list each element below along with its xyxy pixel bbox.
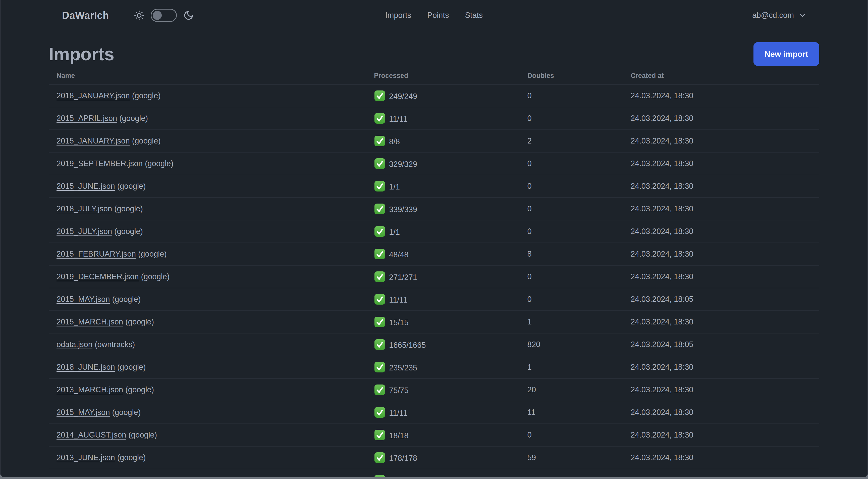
created-cell: 24.03.2024, 18:30 — [623, 175, 819, 198]
processed-count: 11/11 — [389, 296, 407, 304]
table-row: 2015_MAY.json(google) 11/11 0 24.03.2024… — [49, 288, 819, 310]
import-file-link[interactable]: 2015_APRIL.json — [57, 114, 117, 123]
processed-cell: 339/339 — [366, 198, 520, 220]
nav-link-points[interactable]: Points — [427, 11, 449, 20]
processed-cell: 75/75 — [366, 379, 520, 401]
column-header-name: Name — [49, 68, 366, 85]
doubles-cell: 0 — [520, 198, 623, 220]
processed-cell: 18/18 — [366, 424, 520, 446]
doubles-cell: 1 — [520, 356, 623, 379]
doubles-cell: 820 — [520, 333, 623, 356]
created-cell: 24.03.2024, 18:30 — [623, 152, 819, 175]
theme-toggle-switch[interactable] — [151, 9, 177, 22]
processed-count: 178/178 — [389, 454, 417, 463]
import-file-link[interactable]: 2019_DECEMBER.json — [57, 272, 138, 281]
import-file-link[interactable]: 2015_MAY.json — [57, 408, 110, 417]
import-file-link[interactable]: 2013_MARCH.json — [57, 385, 123, 394]
processed-cell: 11/11 — [366, 401, 520, 424]
import-source-label: (google) — [132, 137, 161, 145]
page-title: Imports — [49, 44, 114, 64]
created-cell: 24.03.2024, 18:30 — [623, 424, 819, 446]
doubles-cell: 2 — [520, 130, 623, 152]
import-source-label: (owntracks) — [95, 340, 135, 349]
created-cell: 24.03.2024, 18:30 — [623, 243, 819, 265]
import-file-link[interactable]: 2015_MARCH.json — [57, 318, 123, 326]
check-mark-icon — [374, 452, 385, 463]
import-file-link[interactable]: 2015_JANUARY.json — [57, 137, 130, 145]
import-file-link[interactable]: 2019_SEPTEMBER.json — [57, 159, 143, 168]
navbar: DaWarIch — [1, 0, 867, 31]
import-source-label: (google) — [128, 430, 157, 439]
import-file-link[interactable]: 2015_JULY.json — [57, 227, 112, 236]
import-file-link[interactable]: odata.json — [57, 340, 92, 349]
processed-cell: 178/178 — [366, 446, 520, 469]
name-cell: 2015_MARCH.json(google) — [49, 310, 366, 333]
check-mark-icon — [374, 180, 385, 192]
import-file-link[interactable]: 2015_FEBRUARY.json — [57, 249, 136, 258]
name-cell: 2015_APRIL.json(google) — [49, 107, 366, 130]
doubles-cell: 0 — [520, 220, 623, 243]
nav-link-stats[interactable]: Stats — [465, 11, 483, 20]
import-source-label: (google) — [119, 114, 148, 123]
new-import-button[interactable]: New import — [753, 42, 819, 66]
import-file-link[interactable]: 2015_JUNE.json — [57, 182, 115, 190]
page-header: Imports New import — [49, 42, 819, 66]
processed-cell: 1/1 — [366, 220, 520, 243]
processed-count: 1/1 — [389, 228, 400, 237]
created-cell: 24.03.2024, 18:30 — [623, 198, 819, 220]
nav-link-imports[interactable]: Imports — [385, 11, 411, 20]
processed-count: 271/271 — [389, 273, 417, 282]
import-file-link[interactable]: 2014_AUGUST.json — [57, 430, 126, 439]
check-mark-icon — [374, 475, 385, 477]
check-mark-icon — [374, 429, 385, 441]
app-logo[interactable]: DaWarIch — [62, 10, 109, 21]
created-cell: 24.03.2024, 18:30 — [623, 401, 819, 424]
import-file-link[interactable]: 2013_JUNE.json — [57, 453, 115, 462]
table-header-row: Name Processed Doubles Created at — [49, 68, 819, 85]
check-mark-icon — [374, 203, 385, 215]
processed-cell: 329/329 — [366, 152, 520, 175]
check-mark-icon — [374, 384, 385, 395]
processed-count: 8/8 — [389, 137, 400, 146]
column-header-processed: Processed — [366, 68, 520, 85]
processed-cell: 48/48 — [366, 243, 520, 265]
check-mark-icon — [374, 361, 385, 373]
table-row: 2013_JUNE.json(google) 178/178 59 24.03.… — [49, 446, 819, 469]
imports-table-body: 2018_JANUARY.json(google) 249/249 0 24.0… — [49, 85, 819, 477]
import-source-label: (google) — [141, 272, 169, 281]
check-mark-icon — [374, 294, 385, 305]
table-row: 2015_APRIL.json(google) 11/11 0 24.03.20… — [49, 107, 819, 130]
processed-count: 1/1 — [389, 182, 400, 191]
import-file-link[interactable]: 2018_JUNE.json — [57, 363, 115, 371]
table-row: 2015_JULY.json(google) 1/1 0 24.03.2024,… — [49, 220, 819, 243]
processed-cell: 8/8 — [366, 130, 520, 152]
import-source-label: (google) — [114, 204, 143, 213]
table-row: 2018_JANUARY.json(google) 249/249 0 24.0… — [49, 85, 819, 107]
name-cell: 2015_JUNE.json(google) — [49, 175, 366, 198]
processed-cell — [366, 469, 520, 477]
user-email: ab@cd.com — [752, 11, 794, 20]
import-source-label: (google) — [117, 182, 146, 190]
processed-count: 235/235 — [389, 363, 417, 372]
name-cell: 2018_JANUARY.json(google) — [49, 85, 366, 107]
theme-toggle-knob — [153, 11, 162, 20]
import-source-label: (google) — [114, 227, 143, 236]
created-cell: 24.03.2024, 18:30 — [623, 446, 819, 469]
table-row: 2015_JUNE.json(google) 1/1 0 24.03.2024,… — [49, 175, 819, 198]
import-source-label: (google) — [117, 453, 146, 462]
main-nav: Imports Points Stats — [385, 0, 483, 31]
name-cell: 2013_MARCH.json(google) — [49, 379, 366, 401]
import-file-link[interactable]: 2018_JANUARY.json — [57, 91, 130, 100]
check-mark-icon — [374, 248, 385, 260]
table-row: 2019_DECEMBER.json(google) 271/271 0 24.… — [49, 265, 819, 288]
created-cell: 24.03.2024, 18:30 — [623, 130, 819, 152]
import-file-link[interactable]: 2018_JULY.json — [57, 204, 112, 213]
created-cell: 24.03.2024, 18:05 — [623, 288, 819, 310]
import-file-link[interactable]: 2015_MAY.json — [57, 295, 110, 304]
created-cell: 24.03.2024, 18:30 — [623, 85, 819, 107]
created-cell: 24.03.2024, 18:30 — [623, 310, 819, 333]
created-cell: 24.03.2024, 18:30 — [623, 220, 819, 243]
processed-cell: 249/249 — [366, 85, 520, 107]
processed-cell: 271/271 — [366, 265, 520, 288]
user-menu[interactable]: ab@cd.com — [752, 11, 806, 20]
